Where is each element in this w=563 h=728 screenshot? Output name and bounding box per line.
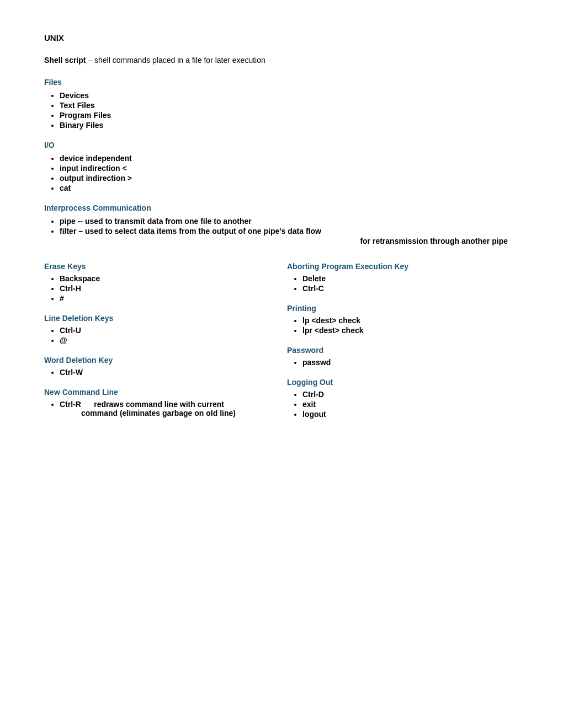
list-item: Ctrl-R redraws command line with current… xyxy=(60,400,270,417)
logging-out-heading: Logging Out xyxy=(287,378,519,387)
list-item: exit xyxy=(302,400,519,409)
aborting-heading: Aborting Program Execution Key xyxy=(287,262,519,271)
list-item: Devices xyxy=(60,91,519,100)
shell-script-bold: Shell script xyxy=(44,56,86,65)
word-deletion-heading: Word Deletion Key xyxy=(44,356,270,365)
subsection-password: Password passwd xyxy=(287,346,519,367)
list-item: Ctrl-U xyxy=(60,326,270,335)
section-io-list: device independent input indirection < o… xyxy=(44,154,519,192)
subsection-printing: Printing lp <dest> check lpr <dest> chec… xyxy=(287,304,519,335)
aborting-list: Delete Ctrl-C xyxy=(287,274,519,293)
section-interprocess-list: pipe -- used to transmit data from one f… xyxy=(44,217,519,235)
logging-out-list: Ctrl-D exit logout xyxy=(287,390,519,419)
new-command-heading: New Command Line xyxy=(44,388,270,397)
list-item: @ xyxy=(60,336,270,345)
erase-keys-list: Backspace Ctrl-H # xyxy=(44,274,270,303)
subsection-logging-out: Logging Out Ctrl-D exit logout xyxy=(287,378,519,419)
shell-script-description: Shell script – shell commands placed in … xyxy=(44,56,519,65)
list-item: # xyxy=(60,294,270,303)
subsection-line-deletion: Line Deletion Keys Ctrl-U @ xyxy=(44,314,270,345)
new-command-list: Ctrl-R redraws command line with current… xyxy=(44,400,270,417)
list-item: Ctrl-D xyxy=(302,390,519,399)
section-files-list: Devices Text Files Program Files Binary … xyxy=(44,91,519,130)
left-column: Erase Keys Backspace Ctrl-H # Line Delet… xyxy=(44,262,282,430)
list-item: output indirection > xyxy=(60,174,519,183)
list-item: Program Files xyxy=(60,111,519,120)
right-column: Aborting Program Execution Key Delete Ct… xyxy=(282,262,519,430)
list-item: Ctrl-H xyxy=(60,284,270,293)
printing-list: lp <dest> check lpr <dest> check xyxy=(287,316,519,335)
list-item: cat xyxy=(60,184,519,192)
printing-heading: Printing xyxy=(287,304,519,313)
password-heading: Password xyxy=(287,346,519,355)
subsection-erase-keys: Erase Keys Backspace Ctrl-H # xyxy=(44,262,270,303)
list-item: Ctrl-W xyxy=(60,368,270,377)
line-deletion-list: Ctrl-U @ xyxy=(44,326,270,345)
list-item: Binary Files xyxy=(60,121,519,130)
page-container: UNIX Shell script – shell commands place… xyxy=(44,33,519,430)
subsection-new-command: New Command Line Ctrl-R redraws command … xyxy=(44,388,270,417)
section-io: I/O device independent input indirection… xyxy=(44,141,519,192)
shell-script-rest: – shell commands placed in a file for la… xyxy=(86,56,265,65)
list-item: passwd xyxy=(302,358,519,367)
list-item: Text Files xyxy=(60,101,519,110)
section-interprocess: Interprocess Communication pipe -- used … xyxy=(44,204,519,245)
list-item: pipe -- used to transmit data from one f… xyxy=(60,217,519,226)
section-files-heading: Files xyxy=(44,78,519,87)
section-io-heading: I/O xyxy=(44,141,519,149)
erase-keys-heading: Erase Keys xyxy=(44,262,270,271)
section-files: Files Devices Text Files Program Files B… xyxy=(44,78,519,130)
list-item: Ctrl-C xyxy=(302,284,519,293)
list-item: lp <dest> check xyxy=(302,316,519,325)
list-item: input indirection < xyxy=(60,164,519,173)
list-item: logout xyxy=(302,410,519,419)
page-title: UNIX xyxy=(44,33,519,42)
section-interprocess-heading: Interprocess Communication xyxy=(44,204,519,212)
list-item: Delete xyxy=(302,274,519,283)
list-item: lpr <dest> check xyxy=(302,326,519,335)
word-deletion-list: Ctrl-W xyxy=(44,368,270,377)
list-item: filter – used to select data items from … xyxy=(60,227,519,235)
two-column-section: Erase Keys Backspace Ctrl-H # Line Delet… xyxy=(44,262,519,430)
subsection-aborting: Aborting Program Execution Key Delete Ct… xyxy=(287,262,519,293)
subsection-word-deletion: Word Deletion Key Ctrl-W xyxy=(44,356,270,377)
line-deletion-heading: Line Deletion Keys xyxy=(44,314,270,323)
filter-note: for retransmission through another pipe xyxy=(44,237,519,245)
list-item: device independent xyxy=(60,154,519,163)
list-item: Backspace xyxy=(60,274,270,283)
password-list: passwd xyxy=(287,358,519,367)
